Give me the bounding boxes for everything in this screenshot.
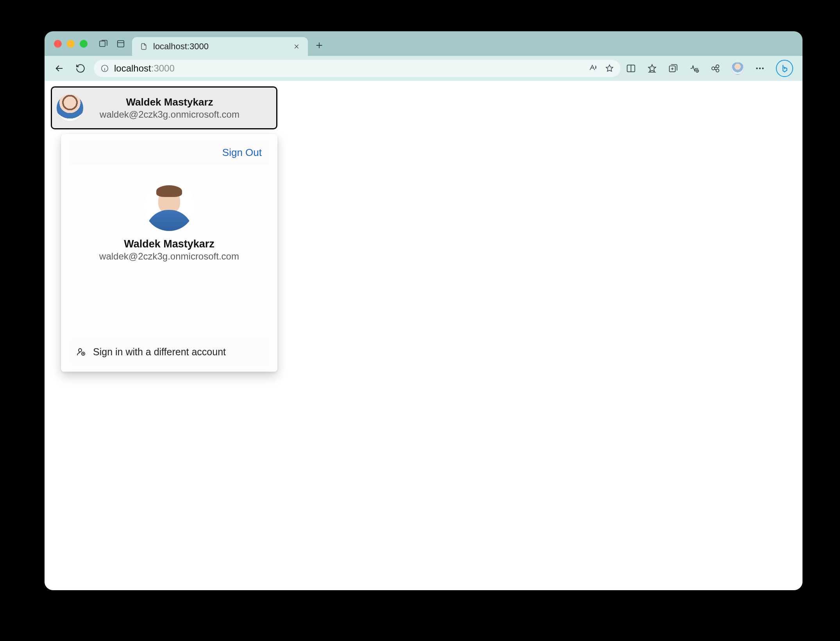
tab-strip: localhost:3000 — [45, 31, 802, 56]
read-aloud-icon[interactable] — [588, 64, 598, 73]
switch-account-label: Sign in with a different account — [93, 346, 226, 358]
window-controls — [54, 40, 88, 48]
profile-email: waldek@2czk3g.onmicrosoft.com — [99, 251, 239, 262]
bing-chat-icon[interactable] — [776, 60, 793, 77]
signout-row: Sign Out — [70, 141, 269, 164]
page-viewport: Waldek Mastykarz waldek@2czk3g.onmicroso… — [45, 81, 802, 590]
tab-title: localhost:3000 — [153, 41, 209, 52]
profile-name: Waldek Mastykarz — [124, 238, 214, 250]
performance-icon[interactable] — [689, 63, 699, 73]
profile-area: Waldek Mastykarz waldek@2czk3g.onmicroso… — [70, 164, 269, 340]
switch-account-button[interactable]: Sign in with a different account — [70, 340, 269, 363]
svg-rect-0 — [100, 41, 105, 47]
collections-icon[interactable] — [668, 63, 678, 73]
site-info-icon[interactable] — [100, 64, 109, 73]
svg-point-7 — [716, 65, 719, 68]
svg-point-8 — [716, 69, 719, 72]
favorite-star-icon[interactable] — [605, 64, 614, 73]
window-minimize-button[interactable] — [67, 40, 75, 48]
close-tab-button[interactable] — [292, 42, 301, 51]
svg-point-11 — [762, 68, 763, 69]
workspaces-icon[interactable] — [98, 38, 109, 50]
svg-point-6 — [712, 67, 715, 70]
tab-actions-icon[interactable] — [115, 38, 127, 50]
person-avatar-icon — [57, 95, 83, 121]
person-email: waldek@2czk3g.onmicrosoft.com — [91, 109, 248, 120]
profile-avatar-large-icon — [144, 180, 195, 231]
split-screen-icon[interactable] — [626, 63, 636, 73]
url-text: localhost:3000 — [114, 63, 175, 74]
person-chip[interactable]: Waldek Mastykarz waldek@2czk3g.onmicroso… — [51, 86, 277, 129]
browser-tab[interactable]: localhost:3000 — [132, 37, 308, 56]
account-flyout: Sign Out Waldek Mastykarz waldek@2czk3g.… — [61, 134, 277, 372]
favorites-icon[interactable] — [647, 63, 657, 73]
more-menu-icon[interactable] — [755, 63, 765, 73]
switch-account-icon — [77, 347, 86, 356]
rewards-icon[interactable] — [710, 63, 720, 73]
address-bar[interactable]: localhost:3000 — [94, 60, 620, 77]
window-close-button[interactable] — [54, 40, 62, 48]
sign-out-link[interactable]: Sign Out — [222, 147, 262, 159]
person-chip-text: Waldek Mastykarz waldek@2czk3g.onmicroso… — [91, 96, 248, 120]
profile-avatar-icon[interactable] — [731, 62, 744, 75]
person-name: Waldek Mastykarz — [91, 96, 248, 108]
browser-toolbar: localhost:3000 — [45, 56, 802, 81]
svg-point-10 — [759, 68, 761, 69]
svg-rect-1 — [118, 40, 124, 47]
browser-window: localhost:3000 localhos — [45, 31, 802, 590]
reload-button[interactable] — [73, 61, 88, 76]
svg-point-12 — [79, 349, 82, 352]
window-zoom-button[interactable] — [80, 40, 88, 48]
page-favicon-icon — [139, 42, 148, 51]
svg-point-9 — [756, 68, 758, 69]
back-button[interactable] — [52, 61, 67, 76]
new-tab-button[interactable] — [313, 39, 325, 51]
